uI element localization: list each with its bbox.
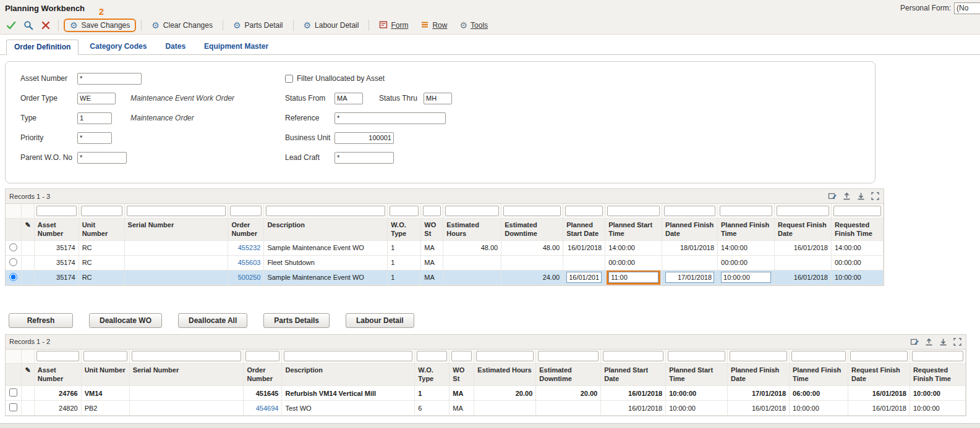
tools-menu[interactable]: ⚙ Tools <box>454 19 493 31</box>
column-header-planned_finish_time[interactable]: Planned Finish Time <box>790 364 848 386</box>
parts-details-button[interactable]: Parts Details <box>263 313 330 328</box>
order-type-input[interactable] <box>77 93 116 104</box>
filter-asset_number-input[interactable] <box>36 206 77 216</box>
clear-changes-button[interactable]: ⚙ Clear Changes <box>147 19 218 31</box>
labour-detail-action-button[interactable]: Labour Detail <box>346 313 414 328</box>
close-icon[interactable] <box>38 18 53 33</box>
planned_finish_time-input[interactable] <box>721 272 771 283</box>
find-icon[interactable] <box>21 18 36 33</box>
planned_finish_date-input[interactable] <box>665 272 714 283</box>
column-header-description[interactable]: Description <box>264 218 388 240</box>
grid-row[interactable]: 35174RC455603Fleet Shutdown1MA00:00:0000… <box>6 255 884 270</box>
column-header-planned_finish_time[interactable]: Planned Finish Time <box>718 218 775 240</box>
row-select-radio[interactable] <box>9 273 17 281</box>
column-header-description[interactable]: Description <box>282 364 415 386</box>
filter-asset_number-input[interactable] <box>36 351 79 361</box>
column-header-unit_number[interactable]: Unit Number <box>79 218 124 240</box>
labour-detail-button[interactable]: ⚙ Labour Detail <box>299 19 364 31</box>
column-header-wo_st[interactable]: WO St <box>421 218 443 240</box>
column-header-est_hours[interactable]: Estimated Hours <box>443 218 501 240</box>
row-select-radio[interactable] <box>9 243 17 251</box>
reference-input[interactable] <box>334 112 446 124</box>
tab-equipment-master[interactable]: Equipment Master <box>197 40 276 54</box>
filter-planned_start_date-input[interactable] <box>565 206 603 216</box>
order-number-link[interactable]: 455232 <box>238 244 261 251</box>
column-header-request_finish_date[interactable]: Request Finish Date <box>774 218 831 240</box>
import-grid-icon[interactable] <box>938 337 948 346</box>
parent-wo-input[interactable] <box>77 152 127 164</box>
column-header-planned_finish_date[interactable]: Planned Finish Date <box>728 364 790 386</box>
column-header-requested_finish_time[interactable]: Requested Finish Time <box>910 364 965 386</box>
ok-check-icon[interactable] <box>4 18 19 33</box>
lead-craft-input[interactable] <box>334 152 394 164</box>
filter-planned_finish_time-input[interactable] <box>720 206 772 216</box>
column-header-unit_number[interactable]: Unit Number <box>81 364 129 386</box>
filter-unallocated-checkbox[interactable] <box>285 75 293 83</box>
order-number-link[interactable]: 454694 <box>256 405 279 412</box>
row-select-radio[interactable] <box>9 258 17 266</box>
save-changes-button[interactable]: 2 ⚙ Save Changes <box>64 19 136 32</box>
filter-planned_finish_date-input[interactable] <box>730 351 787 361</box>
filter-request_finish_date-input[interactable] <box>850 351 908 361</box>
column-header-wo_type[interactable]: W.O. Type <box>388 218 421 240</box>
status-thru-input[interactable] <box>424 93 452 104</box>
column-header-est_downtime[interactable]: Estimated Downtime <box>501 218 563 240</box>
export-grid-icon[interactable] <box>924 337 934 346</box>
filter-planned_start_date-input[interactable] <box>603 351 663 361</box>
filter-wo_type-input[interactable] <box>417 351 447 361</box>
filter-description-input[interactable] <box>266 206 385 216</box>
form-menu[interactable]: Form <box>374 19 413 32</box>
import-grid-icon[interactable] <box>856 191 866 201</box>
filter-serial_number-input[interactable] <box>127 206 226 216</box>
column-header-planned_start_date[interactable]: Planned Start Date <box>563 218 605 240</box>
filter-planned_finish_time-input[interactable] <box>791 351 846 361</box>
tab-dates[interactable]: Dates <box>158 40 193 54</box>
deallocate-all-button[interactable]: Deallocate All <box>178 313 247 328</box>
grid-row[interactable]: 35174RC500250Sample Maintenance Event WO… <box>6 270 884 285</box>
column-header-order_number[interactable]: Order Number <box>244 364 282 386</box>
maximize-grid-icon[interactable] <box>870 191 880 201</box>
column-header-est_hours[interactable]: Estimated Hours <box>474 364 536 386</box>
column-header-asset_number[interactable]: Asset Number <box>34 218 79 240</box>
column-header-request_finish_date[interactable]: Request Finish Date <box>848 364 910 386</box>
maximize-grid-icon[interactable] <box>952 337 962 346</box>
order-number-link[interactable]: 455603 <box>238 259 261 266</box>
filter-est_hours-input[interactable] <box>445 206 499 216</box>
column-header-planned_start_date[interactable]: Planned Start Date <box>601 364 666 386</box>
grid-row[interactable]: 35174RC455232Sample Maintenance Event WO… <box>6 240 884 255</box>
column-header-est_downtime[interactable]: Estimated Downtime <box>536 364 601 386</box>
filter-description-input[interactable] <box>284 351 412 361</box>
grid-row[interactable]: 24820PB2454694Test WO6MA16/01/201810:00:… <box>6 401 966 416</box>
filter-unit_number-input[interactable] <box>81 206 122 216</box>
filter-serial_number-input[interactable] <box>132 351 242 361</box>
order-number-link[interactable]: 500250 <box>238 274 261 281</box>
filter-est_downtime-input[interactable] <box>503 206 561 216</box>
filter-order_number-input[interactable] <box>245 351 279 361</box>
row-menu[interactable]: Row <box>415 19 452 32</box>
column-header-planned_start_time[interactable]: Planned Start Time <box>605 218 662 240</box>
filter-planned_start_time-input[interactable] <box>607 206 660 216</box>
customize-grid-icon[interactable] <box>827 191 837 201</box>
filter-wo_st-input[interactable] <box>423 206 441 216</box>
customize-grid-icon[interactable] <box>910 337 919 346</box>
filter-est_downtime-input[interactable] <box>538 351 599 361</box>
business-unit-input[interactable] <box>334 132 394 144</box>
filter-unit_number-input[interactable] <box>83 351 127 361</box>
column-header-requested_finish_time[interactable]: Requested Finish Time <box>831 218 883 240</box>
row-select-checkbox[interactable] <box>9 403 17 411</box>
column-header-asset_number[interactable]: Asset Number <box>34 364 81 386</box>
parts-detail-button[interactable]: ⚙ Parts Detail <box>228 19 288 31</box>
filter-wo_st-input[interactable] <box>451 351 472 361</box>
tab-order-definition[interactable]: Order Definition <box>6 40 79 55</box>
column-header-serial_number[interactable]: Serial Number <box>129 364 244 386</box>
filter-planned_start_time-input[interactable] <box>668 351 725 361</box>
priority-input[interactable] <box>77 132 112 144</box>
personal-form-select[interactable]: (No <box>954 2 980 14</box>
asset-number-input[interactable] <box>77 73 142 85</box>
filter-request_finish_date-input[interactable] <box>777 206 829 216</box>
planned_start_date-input[interactable] <box>566 272 602 283</box>
column-header-serial_number[interactable]: Serial Number <box>124 218 228 240</box>
tab-category-codes[interactable]: Category Codes <box>82 40 154 54</box>
grid-row[interactable]: 24766VM14451645Refurbish VM14 Vertical M… <box>6 386 966 401</box>
column-header-wo_type[interactable]: W.O. Type <box>415 364 450 386</box>
